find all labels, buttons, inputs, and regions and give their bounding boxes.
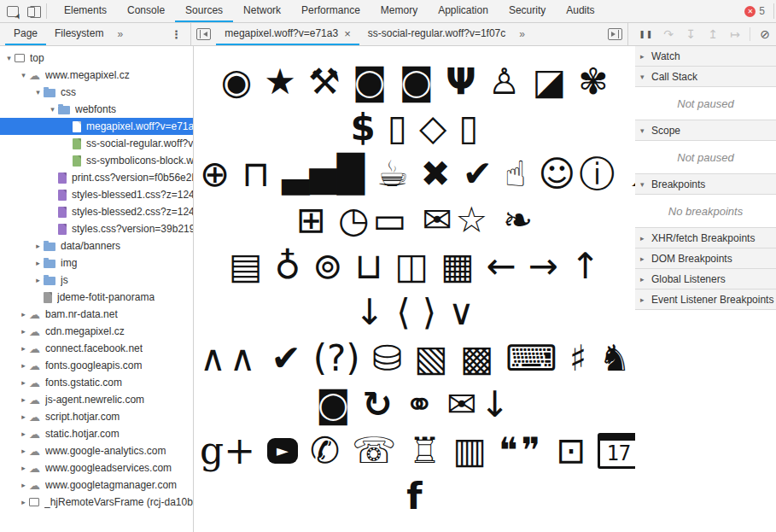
tab-audits[interactable]: Audits — [556, 0, 604, 22]
expander-closed-icon[interactable]: ▸ — [32, 242, 44, 250]
tree-item-connect-facebook-net[interactable]: ▸☁connect.facebook.net — [0, 340, 193, 357]
tree-item-fonts-googleapis-com[interactable]: ▸☁fonts.googleapis.com — [0, 357, 193, 374]
consultant-info-icon: ☺ⓘ — [539, 151, 619, 197]
tab-sources[interactable]: Sources — [175, 0, 233, 22]
expander-closed-icon[interactable]: ▸ — [18, 344, 29, 353]
expander-closed-icon[interactable]: ▸ — [18, 430, 29, 438]
navigator-tab-page[interactable]: Page — [5, 23, 46, 45]
tree-item-www-googletagmanager-com[interactable]: ▸☁www.googletagmanager.com — [0, 476, 193, 494]
tree-item-top[interactable]: ▾top — [0, 50, 193, 67]
chevron-right-icon: ⟩ — [423, 289, 436, 336]
more-editor-tabs-icon[interactable]: » — [514, 23, 530, 45]
tree-item-megapixel-woff-v-e71a3[interactable]: megapixel.woff?v=e71a3 — [0, 118, 193, 135]
glyph-row-9: g+►✆☏♖▥❝❞⊡17 — [194, 427, 635, 473]
hand-truck-icon: ⊞ — [296, 197, 326, 243]
step-out-button[interactable]: ↥ — [702, 27, 724, 41]
tree-item-css[interactable]: ▾css — [0, 84, 193, 101]
expander-open-icon[interactable]: ▾ — [18, 71, 29, 79]
section-status-call-stack: Not paused — [635, 87, 776, 120]
section-scope[interactable]: ▾Scope — [635, 120, 776, 141]
deactivate-breakpoints-button[interactable]: ⊘ — [754, 27, 776, 41]
device-toolbar-icon[interactable] — [27, 5, 41, 17]
section-breakpoints[interactable]: ▾Breakpoints — [635, 174, 776, 195]
step-button[interactable]: ↦ — [724, 27, 746, 41]
expander-closed-icon[interactable]: ▸ — [18, 464, 29, 472]
tree-item-webfonts[interactable]: ▾webfonts — [0, 101, 193, 118]
expander-open-icon: ▾ — [640, 180, 651, 189]
navigator-tab-filesystem[interactable]: Filesystem — [46, 23, 112, 45]
tree-item-label: cdn.megapixel.cz — [45, 325, 125, 337]
navigator-menu-icon[interactable]: ⋮ — [162, 23, 190, 45]
frame-icon — [15, 54, 25, 62]
step-into-button[interactable]: ↧ — [680, 27, 702, 41]
editor-tab-megapixel-woff-v-e71a3[interactable]: megapixel.woff?v=e71a3× — [216, 23, 359, 45]
shopping-cart-icon: ⊔ — [354, 243, 382, 289]
tree-item-fonts-gstatic-com[interactable]: ▸☁fonts.gstatic.com — [0, 374, 193, 391]
tree-item-styles-css-version-39b21981[interactable]: styles.css?version=39b21981 — [0, 220, 193, 237]
section-label: DOM Breakpoints — [651, 253, 732, 265]
show-drawer-icon[interactable] — [608, 28, 622, 40]
tab-network[interactable]: Network — [233, 0, 291, 22]
tree-item-print-css-version-f0b56e2b7[interactable]: print.css?version=f0b56e2b7 — [0, 169, 193, 186]
tree-item-js-agent-newrelic-com[interactable]: ▸☁js-agent.newrelic.com — [0, 391, 193, 408]
expander-closed-icon[interactable]: ▸ — [32, 259, 44, 267]
tree-item-bam-nr-data-net[interactable]: ▸☁bam.nr-data.net — [0, 306, 193, 323]
expander-closed-icon[interactable]: ▸ — [18, 395, 29, 404]
close-tab-icon[interactable]: × — [344, 27, 351, 40]
editor-tab-ss-social-regular-woff-v-1f07c[interactable]: ss-social-regular.woff?v=1f07c — [359, 23, 515, 45]
expander-closed-icon[interactable]: ▸ — [18, 310, 29, 319]
pause-button[interactable]: ❚❚ — [635, 30, 657, 38]
cloud-icon: ☁ — [29, 480, 40, 491]
tab-security[interactable]: Security — [499, 0, 556, 22]
expander-closed-icon[interactable]: ▸ — [32, 276, 44, 284]
tree-item-www-googleadservices-com[interactable]: ▸☁www.googleadservices.com — [0, 459, 193, 476]
hide-navigator-icon[interactable] — [196, 28, 211, 40]
expander-open-icon[interactable]: ▾ — [32, 88, 44, 96]
tree-item-jdeme-fotit-panorama[interactable]: jdeme-fotit-panorama — [0, 289, 193, 306]
tree-item-www-megapixel-cz[interactable]: ▾☁www.megapixel.cz — [0, 67, 193, 84]
section-watch[interactable]: ▸Watch — [635, 46, 776, 67]
expander-open-icon[interactable]: ▾ — [3, 54, 15, 62]
expander-closed-icon[interactable]: ▸ — [18, 447, 29, 455]
tree-item-cdn-megapixel-cz[interactable]: ▸☁cdn.megapixel.cz — [0, 323, 193, 340]
editor-tab-label: megapixel.woff?v=e71a3 — [225, 27, 338, 39]
expander-closed-icon[interactable]: ▸ — [18, 481, 29, 489]
expander-closed-icon[interactable]: ▸ — [18, 498, 29, 506]
tree-item-ss-social-regular-woff-v-1f07c[interactable]: ss-social-regular.woff?v=1f07c — [0, 135, 193, 152]
section-xhr-fetch-breakpoints[interactable]: ▸XHR/fetch Breakpoints — [635, 228, 776, 248]
expander-closed-icon[interactable]: ▸ — [18, 378, 29, 387]
expander-closed-icon[interactable]: ▸ — [18, 412, 29, 421]
tab-application[interactable]: Application — [428, 0, 499, 22]
devtools-toolbar: ElementsConsoleSourcesNetworkPerformance… — [0, 0, 776, 23]
tab-console[interactable]: Console — [117, 0, 175, 22]
section-dom-breakpoints[interactable]: ▸DOM Breakpoints — [635, 248, 776, 269]
tree-item-img[interactable]: ▸img — [0, 254, 193, 272]
step-over-button[interactable]: ↷ — [657, 27, 680, 41]
smartphone-alt-icon: ▯ — [458, 105, 478, 151]
tree-item-js[interactable]: ▸js — [0, 272, 193, 289]
section-event-listener-breakpoints[interactable]: ▸Event Listener Breakpoints — [635, 289, 776, 310]
expander-open-icon[interactable]: ▾ — [47, 105, 58, 114]
tree-item-www-google-analytics-com[interactable]: ▸☁www.google-analytics.com — [0, 442, 193, 459]
folder-icon — [44, 260, 55, 268]
glyph-row-10: f — [194, 473, 635, 519]
section-call-stack[interactable]: ▾Call Stack — [635, 67, 776, 87]
more-navigator-tabs-icon[interactable]: » — [112, 23, 128, 45]
tree-item-ss-symbolicons-block-woff[interactable]: ss-symbolicons-block.woff — [0, 152, 193, 169]
tab-memory[interactable]: Memory — [370, 0, 428, 22]
expander-closed-icon[interactable]: ▸ — [18, 361, 29, 370]
tree-item-static-hotjar-com[interactable]: ▸☁static.hotjar.com — [0, 425, 193, 442]
inspect-element-icon[interactable] — [7, 6, 19, 17]
tree-item-styles-blessed2-css-z-124[interactable]: styles-blessed2.css?z=124 — [0, 203, 193, 220]
error-badge[interactable]: ✕ 5 — [744, 5, 765, 17]
tree-item-script-hotjar-com[interactable]: ▸☁script.hotjar.com — [0, 408, 193, 425]
tab-elements[interactable]: Elements — [54, 0, 117, 22]
tree-item-styles-blessed1-css-z-124[interactable]: styles-blessed1.css?z=124 — [0, 186, 193, 203]
tree-item-data-banners[interactable]: ▸data/banners — [0, 237, 193, 254]
cloud-icon: ☁ — [29, 463, 40, 474]
mouse-icon: ♁ — [274, 243, 300, 289]
expander-closed-icon[interactable]: ▸ — [18, 327, 29, 336]
tree-item-hjremotevarsframe-rcj-da10bd[interactable]: ▸_hjRemoteVarsFrame (rcj-da10bd — [0, 494, 193, 511]
tab-performance[interactable]: Performance — [291, 0, 370, 22]
section-global-listeners[interactable]: ▸Global Listeners — [635, 269, 776, 289]
